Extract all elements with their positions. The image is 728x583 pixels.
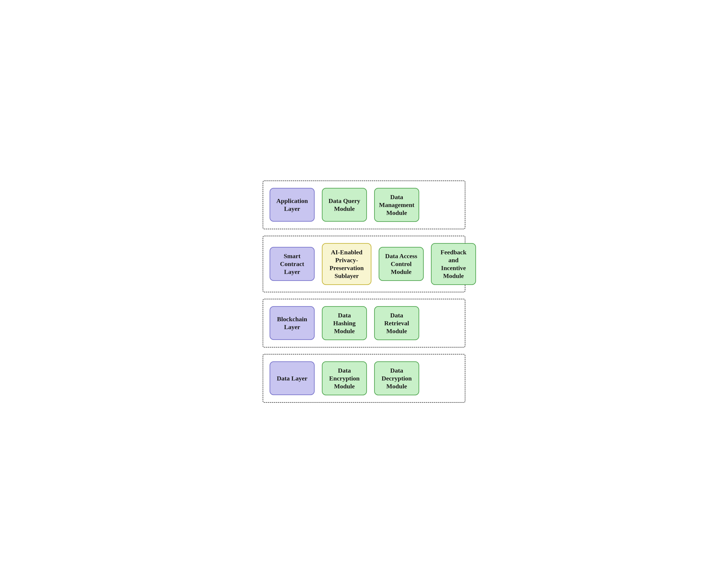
architecture-diagram: Application LayerData Query ModuleData M…: [263, 181, 465, 403]
data-query-module: Data Query Module: [322, 188, 367, 222]
ai-sublayer: AI-Enabled Privacy-Preservation Sublayer: [322, 243, 371, 285]
data-layer: Data Layer: [269, 361, 315, 395]
blockchain-layer-row: Blockchain LayerData Hashing ModuleData …: [263, 299, 465, 348]
feedback-incentive-module: Feedback and Incentive Module: [431, 243, 476, 285]
smart-contract-layer: Smart Contract Layer: [269, 247, 315, 281]
data-management-module: Data Management Module: [374, 188, 419, 222]
data-encryption-module: Data Encryption Module: [322, 361, 367, 395]
data-decryption-module: Data Decryption Module: [374, 361, 419, 395]
application-layer-row: Application LayerData Query ModuleData M…: [263, 181, 465, 229]
data-retrieval-module: Data Retrieval Module: [374, 306, 419, 340]
data-access-control-module: Data Access Control Module: [379, 247, 424, 281]
data-layer-row: Data LayerData Encryption ModuleData Dec…: [263, 354, 465, 403]
blockchain-layer: Blockchain Layer: [269, 306, 315, 340]
smart-contract-layer-row: Smart Contract LayerAI-Enabled Privacy-P…: [263, 236, 465, 292]
data-hashing-module: Data Hashing Module: [322, 306, 367, 340]
application-layer: Application Layer: [269, 188, 315, 222]
